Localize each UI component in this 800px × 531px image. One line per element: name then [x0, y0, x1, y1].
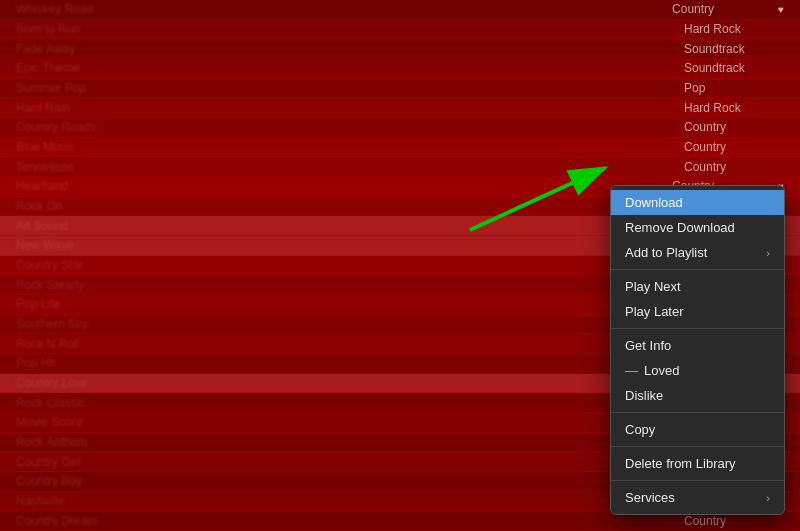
song-name: Tennessee	[16, 160, 684, 174]
list-item[interactable]: Whiskey RoadCountry♥	[0, 0, 800, 20]
genre-label: Hard Rock	[684, 101, 784, 115]
list-item[interactable]: TennesseeCountry	[0, 157, 800, 177]
song-name: Whiskey Road	[16, 2, 672, 16]
song-name: Movie Score	[16, 415, 684, 429]
song-name: Blue Moon	[16, 140, 684, 154]
menu-item-copy[interactable]: Copy	[611, 417, 784, 442]
list-item[interactable]: Blue MoonCountry	[0, 138, 800, 158]
submenu-arrow-icon: ›	[766, 492, 770, 504]
menu-divider	[611, 480, 784, 481]
genre-label: Country	[684, 120, 784, 134]
genre-label: Country	[684, 140, 784, 154]
menu-item-get-info[interactable]: Get Info	[611, 333, 784, 358]
song-name: Alt Sound	[16, 219, 684, 233]
menu-item-label: Remove Download	[625, 220, 770, 235]
menu-divider	[611, 328, 784, 329]
context-menu: DownloadRemove DownloadAdd to Playlist›P…	[610, 185, 785, 515]
menu-item-label: Play Next	[625, 279, 770, 294]
song-name: Rock On	[16, 199, 684, 213]
song-name: Epic Theme	[16, 61, 684, 75]
genre-label: Country	[672, 2, 772, 16]
loved-dash-icon: —	[625, 363, 638, 378]
menu-item-remove-download[interactable]: Remove Download	[611, 215, 784, 240]
menu-item-label: Get Info	[625, 338, 770, 353]
song-name: Pop Life	[16, 297, 684, 311]
menu-item-play-next[interactable]: Play Next	[611, 274, 784, 299]
menu-item-label: Delete from Library	[625, 456, 770, 471]
list-item[interactable]: Born to RunHard Rock	[0, 20, 800, 40]
menu-item-label: Add to Playlist	[625, 245, 758, 260]
song-name: Born to Run	[16, 22, 684, 36]
submenu-arrow-icon: ›	[766, 247, 770, 259]
genre-label: Hard Rock	[684, 22, 784, 36]
menu-item-loved[interactable]: —Loved	[611, 358, 784, 383]
menu-item-label: Copy	[625, 422, 770, 437]
menu-item-services[interactable]: Services›	[611, 485, 784, 510]
song-name: Heartland	[16, 179, 672, 193]
genre-label: Country	[684, 514, 784, 528]
song-name: Rock Steady	[16, 278, 684, 292]
song-name: Country Love	[16, 376, 684, 390]
menu-item-dislike[interactable]: Dislike	[611, 383, 784, 408]
menu-item-label: Play Later	[625, 304, 770, 319]
menu-divider	[611, 446, 784, 447]
song-name: Country Roads	[16, 120, 684, 134]
list-item[interactable]: Epic ThemeSoundtrack	[0, 59, 800, 79]
song-name: Rock N Roll	[16, 337, 684, 351]
list-item[interactable]: Country RoadsCountry	[0, 118, 800, 138]
song-name: Country Dream	[16, 514, 684, 528]
menu-item-add-to-playlist[interactable]: Add to Playlist›	[611, 240, 784, 265]
song-name: Summer Pop	[16, 81, 684, 95]
song-name: Southern Sky	[16, 317, 684, 331]
list-item[interactable]: Summer PopPop	[0, 79, 800, 99]
song-name: Country Girl	[16, 455, 684, 469]
genre-label: Country	[684, 160, 784, 174]
menu-item-label: Download	[625, 195, 770, 210]
song-name: New Wave	[16, 238, 684, 252]
list-item[interactable]: Hard RainHard Rock	[0, 98, 800, 118]
list-item[interactable]: Fade AwaySoundtrack	[0, 39, 800, 59]
heart-icon: ♥	[778, 4, 784, 15]
song-name: Nashville	[16, 494, 684, 508]
genre-label: Soundtrack	[684, 61, 784, 75]
menu-item-play-later[interactable]: Play Later	[611, 299, 784, 324]
song-name: Country Star	[16, 258, 684, 272]
song-name: Hard Rain	[16, 101, 684, 115]
song-name: Rock Anthem	[16, 435, 684, 449]
genre-label: Pop	[684, 81, 784, 95]
genre-label: Soundtrack	[684, 42, 784, 56]
song-name: Rock Classic	[16, 396, 684, 410]
menu-divider	[611, 269, 784, 270]
menu-item-delete-from-library[interactable]: Delete from Library	[611, 451, 784, 476]
menu-divider	[611, 412, 784, 413]
menu-item-label: Services	[625, 490, 758, 505]
song-name: Fade Away	[16, 42, 684, 56]
menu-item-download[interactable]: Download	[611, 190, 784, 215]
menu-item-label: Dislike	[625, 388, 770, 403]
song-name: Country Boy	[16, 474, 684, 488]
menu-item-label: Loved	[644, 363, 770, 378]
song-name: Pop Hit	[16, 356, 684, 370]
